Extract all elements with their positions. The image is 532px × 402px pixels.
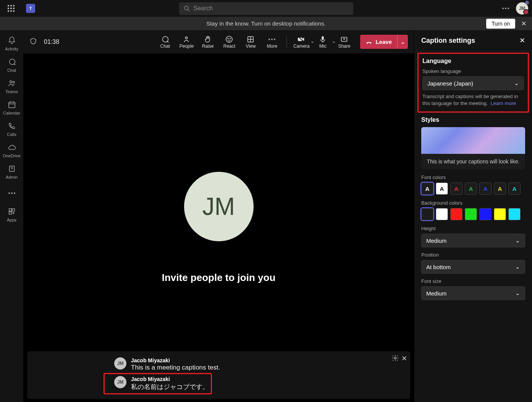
learn-more-link[interactable]: Learn more: [491, 100, 516, 106]
spoken-language-dropdown[interactable]: Japanese (Japan) ⌄: [422, 76, 524, 90]
font-color-green[interactable]: A: [465, 182, 477, 195]
chat-icon: [7, 57, 16, 66]
speaker-avatar: JM: [114, 376, 126, 388]
caption-row-highlighted: JM Jacob Miyazaki私の名前はジャコブです。: [104, 374, 211, 394]
font-color-black[interactable]: A: [436, 182, 448, 195]
rail-onedrive[interactable]: OneDrive: [1, 140, 23, 161]
svg-point-15: [230, 38, 231, 39]
language-section-highlighted: Language Spoken language Japanese (Japan…: [417, 53, 529, 113]
meeting-stage: JM Invite people to join you ✕ JM Jacob …: [23, 53, 414, 402]
view-button[interactable]: View: [240, 32, 261, 52]
chevron-down-icon: ⌄: [515, 237, 520, 244]
bell-icon: [7, 36, 16, 45]
chat-button[interactable]: Chat: [154, 32, 176, 52]
svg-line-1: [188, 10, 189, 11]
divider: [286, 36, 287, 48]
rail-teams[interactable]: Teams: [1, 76, 23, 97]
close-icon[interactable]: ✕: [519, 36, 525, 45]
notification-bar: Stay in the know. Turn on desktop notifi…: [0, 17, 532, 30]
more-options-icon[interactable]: [502, 8, 509, 9]
svg-rect-10: [12, 209, 14, 211]
ellipsis-icon: [7, 189, 16, 198]
bg-colors-label: Background colors: [421, 200, 525, 206]
svg-point-23: [395, 357, 396, 359]
people-icon: [182, 35, 191, 44]
turn-on-button[interactable]: Turn on: [486, 19, 515, 29]
bg-color-swatches: [421, 208, 525, 220]
svg-rect-9: [9, 209, 11, 211]
hangup-icon: [365, 39, 372, 45]
rail-calendar[interactable]: Calendar: [1, 97, 23, 118]
bg-color-black[interactable]: [421, 208, 433, 220]
admin-icon: [7, 164, 16, 173]
leave-button[interactable]: Leave ⌄: [360, 35, 408, 49]
font-color-blue[interactable]: A: [479, 182, 492, 195]
bg-color-red[interactable]: [450, 208, 462, 220]
close-icon[interactable]: ✕: [518, 18, 529, 29]
react-button[interactable]: React: [218, 32, 240, 52]
rail-more[interactable]: [1, 183, 23, 203]
teams-icon: [7, 79, 16, 88]
fontsize-dropdown[interactable]: Medium⌄: [421, 286, 525, 300]
mic-button[interactable]: ⌄Mic: [312, 32, 333, 52]
hand-icon: [204, 35, 212, 44]
app-rail: Activity Chat Teams Calendar Calls OneDr…: [0, 30, 23, 402]
participant-avatar: JM: [184, 172, 254, 241]
rail-admin[interactable]: Admin: [1, 161, 23, 182]
bg-color-green[interactable]: [465, 208, 477, 220]
chevron-down-icon: ⌄: [514, 80, 519, 87]
font-color-red[interactable]: A: [450, 182, 462, 195]
svg-point-0: [184, 6, 188, 10]
panel-title: Caption settings: [421, 37, 475, 45]
caption-preview: This is what your captions will look lik…: [421, 127, 525, 169]
bg-color-white[interactable]: [436, 208, 448, 220]
apps-icon: [7, 207, 16, 216]
chevron-down-icon: ⌄: [515, 290, 520, 297]
font-color-white[interactable]: A: [421, 182, 433, 195]
rail-chat[interactable]: Chat: [1, 55, 23, 75]
share-button[interactable]: Share: [333, 32, 355, 52]
ellipsis-icon: [268, 35, 275, 44]
speaker-name: Jacob Miyazaki: [131, 357, 220, 363]
bg-color-blue[interactable]: [479, 208, 492, 220]
more-button[interactable]: More: [261, 32, 283, 52]
teams-logo-icon[interactable]: T: [26, 4, 35, 13]
height-dropdown[interactable]: Medium⌄: [421, 234, 525, 247]
svg-point-14: [228, 38, 229, 39]
rail-activity[interactable]: Activity: [1, 33, 23, 54]
svg-point-3: [13, 81, 15, 83]
rail-calls[interactable]: Calls: [1, 119, 23, 139]
svg-point-2: [10, 81, 12, 83]
grid-icon: [246, 35, 255, 44]
calendar-icon: [7, 100, 16, 109]
chat-bubble-icon: [161, 35, 169, 44]
captions-panel: ✕ JM Jacob MiyazakiThis is a meeting cap…: [27, 351, 410, 399]
app-launcher-icon[interactable]: [8, 5, 15, 12]
search-placeholder: Search: [194, 5, 213, 12]
close-icon[interactable]: ✕: [401, 354, 407, 363]
font-colors-label: Font colors: [421, 174, 525, 180]
shield-icon[interactable]: [29, 37, 37, 47]
spoken-language-label: Spoken language: [422, 68, 524, 74]
bg-color-yellow[interactable]: [494, 208, 506, 220]
profile-avatar[interactable]: JM: [516, 2, 528, 15]
svg-rect-21: [322, 36, 324, 40]
search-input[interactable]: Search: [179, 2, 353, 15]
gear-icon[interactable]: [391, 354, 399, 363]
position-dropdown[interactable]: At bottom⌄: [421, 260, 525, 274]
speaker-name: Jacob Miyazaki: [131, 376, 209, 382]
camera-off-icon: [297, 35, 306, 44]
people-button[interactable]: People: [176, 32, 197, 52]
raise-button[interactable]: Raise: [197, 32, 218, 52]
font-color-yellow[interactable]: A: [494, 182, 506, 195]
camera-button[interactable]: ⌄Camera: [291, 32, 312, 52]
search-icon: [184, 5, 190, 11]
font-color-cyan[interactable]: A: [508, 182, 521, 195]
language-help-text: Transcript and captions will be generate…: [422, 93, 524, 107]
rail-apps[interactable]: Apps: [1, 204, 23, 225]
bg-color-cyan[interactable]: [508, 208, 521, 220]
leave-dropdown[interactable]: ⌄: [397, 35, 408, 49]
styles-heading: Styles: [421, 116, 525, 123]
font-color-swatches: A A A A A A A: [421, 182, 525, 195]
svg-point-13: [226, 36, 233, 42]
